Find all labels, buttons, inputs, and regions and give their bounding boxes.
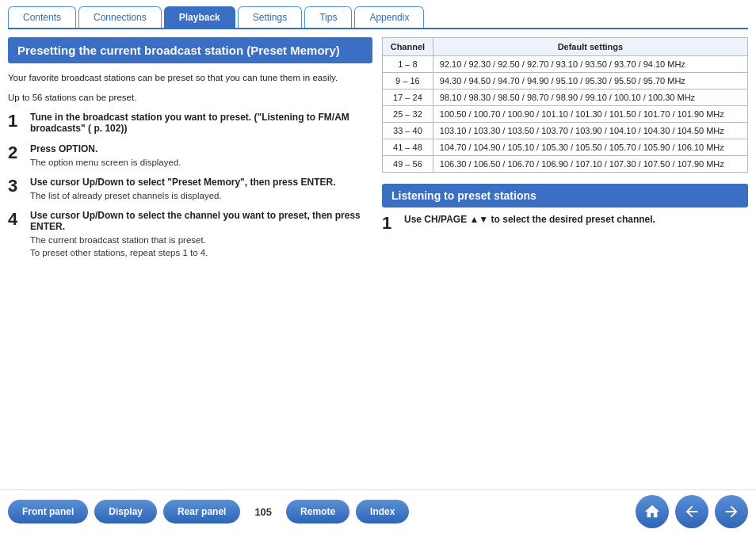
table-row: 17 – 2498.10 / 98.30 / 98.50 / 98.70 / 9… (383, 89, 748, 106)
table-cell-freq: 94.30 / 94.50 / 94.70 / 94.90 / 95.10 / … (433, 73, 747, 89)
back-button[interactable] (675, 495, 708, 528)
step-3-desc: The list of already preset channels is d… (30, 189, 372, 202)
step-4-desc: The current broadcast station that is pr… (30, 234, 372, 246)
forward-arrow-icon (723, 503, 740, 520)
table-cell-channel: 1 – 8 (383, 56, 433, 73)
back-arrow-icon (683, 503, 701, 520)
tab-settings[interactable]: Settings (238, 6, 302, 28)
table-cell-freq: 104.70 / 104.90 / 105.10 / 105.30 / 105.… (433, 139, 747, 156)
preset-memory-title: Presetting the current broadcast station… (8, 37, 372, 63)
table-row: 9 – 1694.30 / 94.50 / 94.70 / 94.90 / 95… (383, 73, 748, 89)
table-row: 41 – 48104.70 / 104.90 / 105.10 / 105.30… (383, 139, 748, 156)
tab-connections[interactable]: Connections (78, 6, 162, 28)
tab-appendix[interactable]: Appendix (354, 6, 424, 28)
step-4-bullet: To preset other stations, repeat steps 1… (30, 246, 372, 259)
table-col2: Default settings (433, 38, 747, 56)
table-cell-freq: 106.30 / 106.50 / 106.70 / 106.90 / 107.… (433, 156, 747, 173)
step-3-title: Use cursor Up/Down to select "Preset Mem… (30, 177, 372, 188)
step-2-desc: The option menu screen is displayed. (30, 156, 372, 169)
footer: Front panel Display Rear panel 105 Remot… (0, 489, 756, 533)
step-4: 4 Use cursor Up/Down to select the chann… (8, 210, 372, 259)
tab-playback[interactable]: Playback (164, 6, 235, 28)
tab-tips[interactable]: Tips (304, 6, 352, 28)
remote-button[interactable]: Remote (286, 500, 349, 523)
table-cell-channel: 33 – 40 (383, 123, 433, 139)
step-3-number: 3 (8, 177, 30, 196)
step-4-title: Use cursor Up/Down to select the channel… (30, 210, 372, 232)
home-button[interactable] (636, 495, 669, 528)
step-2-title: Press OPTION. (30, 143, 372, 154)
step-3: 3 Use cursor Up/Down to select "Preset M… (8, 177, 372, 202)
table-row: 49 – 56106.30 / 106.50 / 106.70 / 106.90… (383, 156, 748, 173)
table-col1: Channel (383, 38, 433, 56)
step-list: 1 Tune in the broadcast station you want… (8, 112, 372, 259)
rear-panel-button[interactable]: Rear panel (163, 500, 240, 523)
table-cell-channel: 17 – 24 (383, 89, 433, 106)
table-cell-channel: 9 – 16 (383, 73, 433, 89)
table-cell-freq: 100.50 / 100.70 / 100.90 / 101.10 / 101.… (433, 106, 747, 123)
frequency-table: Channel Default settings 1 – 892.10 / 92… (382, 37, 748, 173)
step-2-number: 2 (8, 143, 30, 162)
display-button[interactable]: Display (94, 500, 157, 523)
listening-step-1: 1 Use CH/PAGE ▲▼ to select the desired p… (382, 214, 748, 233)
listening-title: Listening to preset stations (382, 184, 748, 207)
page-number: 105 (254, 506, 272, 518)
table-row: 25 – 32100.50 / 100.70 / 100.90 / 101.10… (383, 106, 748, 123)
table-cell-freq: 98.10 / 98.30 / 98.50 / 98.70 / 98.90 / … (433, 89, 747, 106)
intro-text-2: Up to 56 stations can be preset. (8, 91, 372, 105)
front-panel-button[interactable]: Front panel (8, 500, 88, 523)
table-cell-channel: 25 – 32 (383, 106, 433, 123)
table-row: 33 – 40103.10 / 103.30 / 103.50 / 103.70… (383, 123, 748, 139)
forward-button[interactable] (715, 495, 748, 528)
table-cell-freq: 103.10 / 103.30 / 103.50 / 103.70 / 103.… (433, 123, 747, 139)
listening-step-1-title: Use CH/PAGE ▲▼ to select the desired pre… (404, 214, 748, 225)
step-2: 2 Press OPTION. The option menu screen i… (8, 143, 372, 169)
tab-contents[interactable]: Contents (8, 6, 76, 28)
left-panel: Presetting the current broadcast station… (8, 37, 372, 483)
step-4-number: 4 (8, 210, 30, 229)
intro-text-1: Your favorite broadcast stations can be … (8, 71, 372, 85)
home-icon (643, 503, 661, 520)
table-cell-channel: 49 – 56 (383, 156, 433, 173)
table-cell-channel: 41 – 48 (383, 139, 433, 156)
listening-step-1-number: 1 (382, 214, 404, 233)
main-content: Presetting the current broadcast station… (0, 29, 756, 483)
table-cell-freq: 92.10 / 92.30 / 92.50 / 92.70 / 93.10 / … (433, 56, 747, 73)
nav-tabs: Contents Connections Playback Settings T… (0, 0, 756, 28)
table-row: 1 – 892.10 / 92.30 / 92.50 / 92.70 / 93.… (383, 56, 748, 73)
right-panel: Channel Default settings 1 – 892.10 / 92… (382, 37, 748, 483)
step-1-number: 1 (8, 112, 30, 131)
index-button[interactable]: Index (356, 500, 409, 523)
step-1: 1 Tune in the broadcast station you want… (8, 112, 372, 135)
step-1-title: Tune in the broadcast station you want t… (30, 112, 372, 134)
